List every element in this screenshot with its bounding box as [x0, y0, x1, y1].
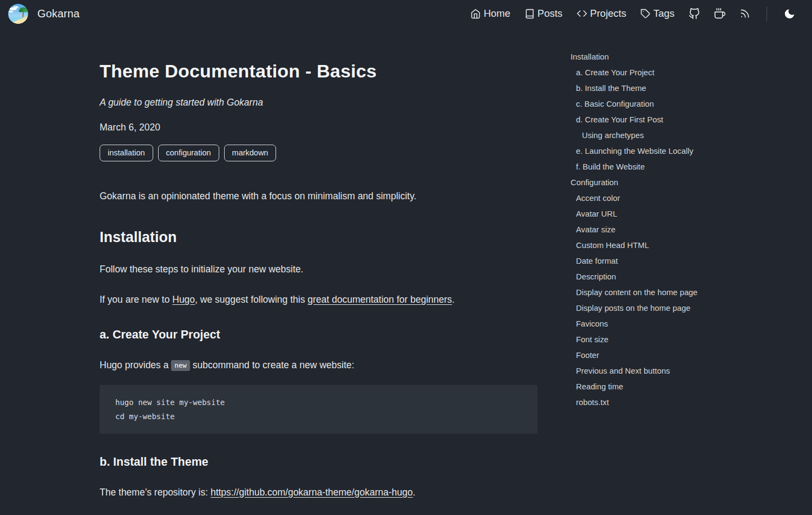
- toc-item-custom-head-html[interactable]: Custom Head HTML: [571, 238, 798, 253]
- table-of-contents: Installation a. Create Your Project b. I…: [571, 49, 798, 410]
- heading-install-theme: b. Install the Theme: [100, 455, 538, 469]
- paragraph-follow-steps: Follow these steps to initialize your ne…: [100, 263, 538, 276]
- text-fragment: If you are new to: [100, 294, 172, 305]
- toc-item-display-posts-home[interactable]: Display posts on the home page: [571, 301, 798, 316]
- buy-me-coffee-link[interactable]: [714, 8, 725, 19]
- nav-item-projects[interactable]: Projects: [577, 8, 626, 19]
- rss-icon: [739, 8, 750, 19]
- coffee-icon: [714, 8, 725, 19]
- toc-item-font-size[interactable]: Font size: [571, 332, 798, 348]
- code-block-create-site: hugo new site my-website cd my-website: [100, 385, 538, 434]
- post-date: March 6, 2020: [100, 121, 538, 134]
- toc-item-reading-time[interactable]: Reading time: [571, 379, 798, 395]
- nav-item-home[interactable]: Home: [470, 8, 510, 19]
- article: Theme Documentation - Basics A guide to …: [100, 27, 538, 515]
- nav-item-tags[interactable]: Tags: [640, 8, 675, 19]
- inline-code-new: new: [171, 360, 190, 371]
- nav-divider: [767, 6, 767, 21]
- text-fragment: subcommand to create a new website:: [190, 360, 355, 370]
- post-subtitle: A guide to getting started with Gokarna: [100, 96, 538, 109]
- toc-item-avatar-size[interactable]: Avatar size: [571, 222, 798, 238]
- paragraph-new-to-hugo: If you are new to Hugo, we suggest follo…: [100, 293, 538, 307]
- text-fragment: , we suggest following this: [195, 294, 307, 305]
- paragraph-repository: The theme’s repository is: https://githu…: [100, 486, 538, 499]
- brand-home-link[interactable]: Gokarna: [8, 4, 80, 24]
- heading-create-project: a. Create Your Project: [100, 328, 538, 342]
- beach-avatar-image: [8, 4, 28, 24]
- toc-item-installation[interactable]: Installation: [571, 49, 798, 65]
- toc-item-previous-next-buttons[interactable]: Previous and Next buttons: [571, 363, 798, 379]
- nav-item-label: Posts: [538, 8, 562, 19]
- toc-item-install-the-theme[interactable]: b. Install the Theme: [571, 81, 798, 96]
- nav-links: Home Posts Projects Tags: [470, 6, 796, 21]
- code-line: cd my-website: [115, 409, 522, 423]
- tag-configuration[interactable]: configuration: [158, 145, 219, 161]
- nav-item-label: Tags: [653, 8, 675, 19]
- rss-link[interactable]: [739, 8, 750, 19]
- navbar: Gokarna Home Posts Projects Tags: [0, 0, 812, 27]
- toc-item-avatar-url[interactable]: Avatar URL: [571, 206, 798, 222]
- text-fragment: .: [452, 294, 455, 305]
- toc-item-date-format[interactable]: Date format: [571, 253, 798, 269]
- text-fragment: The theme’s repository is:: [100, 487, 211, 498]
- heading-installation: Installation: [100, 229, 538, 246]
- text-fragment: Hugo provides a: [100, 360, 171, 370]
- toc-item-favicons[interactable]: Favicons: [571, 316, 798, 332]
- page-title: Theme Documentation - Basics: [100, 61, 538, 82]
- tag-installation[interactable]: installation: [100, 145, 153, 161]
- toc-item-create-your-first-post[interactable]: d. Create Your First Post: [571, 112, 798, 128]
- moon-icon: [783, 8, 796, 20]
- github-icon: [689, 8, 700, 19]
- toc-item-configuration[interactable]: Configuration: [571, 175, 798, 191]
- home-icon: [470, 9, 481, 19]
- paragraph-hugo-provides: Hugo provides a new subcommand to create…: [100, 358, 538, 372]
- book-icon: [525, 9, 535, 19]
- nav-item-posts[interactable]: Posts: [525, 8, 562, 19]
- tag-icon: [640, 9, 651, 19]
- beginners-doc-link[interactable]: great documentation for beginners: [307, 294, 452, 305]
- toc-item-build-the-website[interactable]: f. Build the Website: [571, 159, 798, 175]
- code-icon: [577, 8, 587, 19]
- toc-item-accent-color[interactable]: Accent color: [571, 191, 798, 206]
- intro-paragraph: Gokarna is an opinionated theme with a f…: [100, 190, 538, 203]
- theme-toggle-button[interactable]: [783, 8, 796, 20]
- brand-name: Gokarna: [37, 8, 80, 20]
- toc-item-using-archetypes[interactable]: Using archetypes: [571, 128, 798, 144]
- text-fragment: .: [412, 487, 415, 498]
- toc-item-robots-txt[interactable]: robots.txt: [571, 395, 798, 410]
- toc-item-basic-configuration[interactable]: c. Basic Configuration: [571, 96, 798, 112]
- repository-link[interactable]: https://github.com/gokarna-theme/gokarna…: [211, 487, 413, 498]
- site-avatar: [8, 4, 28, 24]
- toc-item-launching-website-locally[interactable]: e. Launching the Website Locally: [571, 144, 798, 159]
- tag-markdown[interactable]: markdown: [224, 145, 277, 161]
- toc-item-description[interactable]: Description: [571, 269, 798, 285]
- toc-item-create-your-project[interactable]: a. Create Your Project: [571, 65, 798, 81]
- toc-item-footer[interactable]: Footer: [571, 348, 798, 363]
- code-line: hugo new site my-website: [115, 395, 522, 409]
- tag-list: installation configuration markdown: [100, 145, 538, 161]
- nav-item-label: Home: [483, 8, 510, 19]
- hugo-link[interactable]: Hugo: [172, 294, 195, 305]
- page-body: Theme Documentation - Basics A guide to …: [0, 27, 812, 515]
- toc-item-display-content-home[interactable]: Display content on the home page: [571, 285, 798, 301]
- github-link[interactable]: [689, 8, 700, 19]
- nav-item-label: Projects: [590, 8, 626, 19]
